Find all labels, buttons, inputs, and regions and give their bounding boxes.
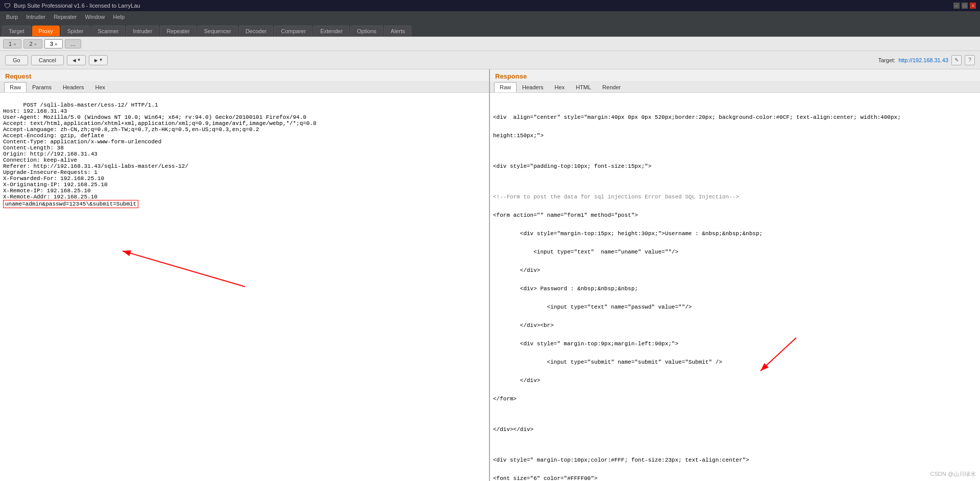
tab-decoder[interactable]: Decoder [239,26,274,36]
left-arrow-icon: ◄ [71,57,77,63]
menu-help[interactable]: Help [109,13,129,21]
tab-proxy[interactable]: Proxy [32,26,60,36]
tab-sequencer[interactable]: Sequencer [198,26,238,36]
menu-burp[interactable]: Burp [2,13,22,21]
sub-tab-1-close[interactable]: × [13,42,16,47]
sub-tab-bar: 1 × 2 × 3 × ... [0,37,980,51]
title-bar: 🛡 Burp Suite Professional v1.6 - license… [0,0,980,11]
help-button[interactable]: ? [965,55,975,65]
right-arrow-icon: ► [93,57,99,63]
response-line-1: <div align="center" style="margin:40px 0… [493,114,977,120]
request-text: POST /sqli-labs-master/Less-12/ HTTP/1.1… [3,102,316,200]
left-dropdown-icon[interactable]: ▼ [77,58,81,62]
response-line-3: <div style="padding-top:10px; font-size:… [493,163,977,169]
tab-target[interactable]: Target [2,26,31,36]
request-tab-params[interactable]: Params [27,82,57,92]
response-tab-render[interactable]: Render [597,82,626,92]
response-line-2: height:150px;"> [493,133,977,139]
response-line-form: <form action="" name="form1" method="pos… [493,212,977,218]
menu-bar: Burp Intruder Repeater Window Help [0,11,980,22]
response-line-submit: <input type="submit" name="submit" value… [493,359,977,365]
request-content[interactable]: POST /sqli-labs-master/Less-12/ HTTP/1.1… [0,93,489,481]
response-line-divbr: </div><br> [493,322,977,328]
target-label: Target: [878,57,895,63]
tab-spider[interactable]: Spider [61,26,90,36]
sub-tab-2-close[interactable]: × [34,42,37,47]
edit-icon: ✎ [954,57,959,63]
request-tabs: Raw Params Headers Hex [0,81,489,93]
sub-tab-1[interactable]: 1 × [3,39,21,48]
response-line-divcolor: <div style=" margin-top:10px;color:#FFF;… [493,457,977,463]
request-tab-headers[interactable]: Headers [57,82,90,92]
tab-options[interactable]: Options [350,26,383,36]
tab-comparer[interactable]: Comparer [274,26,312,36]
response-tab-hex[interactable]: Hex [549,82,571,92]
request-title: Request [0,69,489,81]
response-content[interactable]: <div align="center" style="margin:40px 0… [490,93,980,481]
sub-tab-more[interactable]: ... [65,39,81,48]
response-line-font: <font size="6" color="#FFFF00"> [493,475,977,481]
maximize-button[interactable]: □ [962,3,968,9]
app-icon: 🛡 [4,2,11,10]
app-title: Burp Suite Professional v1.6 - licensed … [14,3,140,9]
tab-intruder[interactable]: Intruder [126,26,159,36]
tab-scanner[interactable]: Scanner [91,26,126,36]
target-url[interactable]: http://192.168.31.43 [898,57,948,63]
cancel-button[interactable]: Cancel [31,55,64,65]
toolbar: Go Cancel ◄ ▼ ► ▼ Target: http://192.168… [0,51,980,69]
close-button[interactable]: ✕ [970,3,976,9]
response-line-div3: <div style=" margin-top:9px;margin-left:… [493,341,977,347]
response-tabs: Raw Headers Hex HTML Render [490,81,980,93]
main-tab-bar: Target Proxy Spider Scanner Intruder Rep… [0,22,980,37]
main-content: Request Raw Params Headers Hex POST /sql… [0,69,980,481]
menu-repeater[interactable]: Repeater [50,13,81,21]
response-line-div2: <div> Password : &nbsp;&nbsp;&nbsp; [493,286,977,292]
response-tab-html[interactable]: HTML [570,82,597,92]
request-tab-raw[interactable]: Raw [4,82,27,92]
response-tab-headers[interactable]: Headers [517,82,549,92]
minimize-button[interactable]: − [953,3,960,9]
response-panel: Response Raw Headers Hex HTML Render <di… [490,69,980,481]
nav-left-button[interactable]: ◄ ▼ [67,55,86,65]
edit-target-button[interactable]: ✎ [951,55,962,65]
menu-window[interactable]: Window [81,13,109,21]
tab-repeater[interactable]: Repeater [160,26,196,36]
svg-line-1 [122,251,245,287]
response-line-closediv3: </div> [493,377,977,384]
response-line-input2: <input type="text" name="passwd" value="… [493,304,977,310]
tab-extender[interactable]: Extender [313,26,349,36]
nav-right-button[interactable]: ► ▼ [89,55,108,65]
sub-tab-2[interactable]: 2 × [23,39,42,48]
response-line-closeform: </form> [493,396,977,402]
tab-alerts[interactable]: Alerts [384,26,411,36]
window-controls[interactable]: − □ ✕ [953,3,976,9]
response-line-closediv1: </div> [493,267,977,273]
sub-tab-3[interactable]: 3 × [44,39,63,48]
request-highlighted-param: uname=admin&passwd=12345\&submit=Submit [3,200,138,208]
response-line-comment: <!--Form to post the data for sql inject… [493,194,977,200]
right-dropdown-icon[interactable]: ▼ [99,58,103,62]
watermark: CSDN @山川绿水 [930,470,976,478]
target-info: Target: http://192.168.31.43 ✎ ? [878,55,975,65]
help-icon: ? [968,57,971,63]
request-panel: Request Raw Params Headers Hex POST /sql… [0,69,490,481]
response-line-closedivdiv: </div></div> [493,426,977,433]
response-line-div1: <div style="margin-top:15px; height:30px… [493,231,977,237]
request-tab-hex[interactable]: Hex [90,82,111,92]
response-title: Response [490,69,980,81]
response-line-input1: <input type="text" name="uname" value=""… [493,249,977,255]
menu-intruder[interactable]: Intruder [22,13,50,21]
sub-tab-3-close[interactable]: × [55,42,57,47]
go-button[interactable]: Go [5,55,28,65]
response-tab-raw[interactable]: Raw [494,82,517,92]
